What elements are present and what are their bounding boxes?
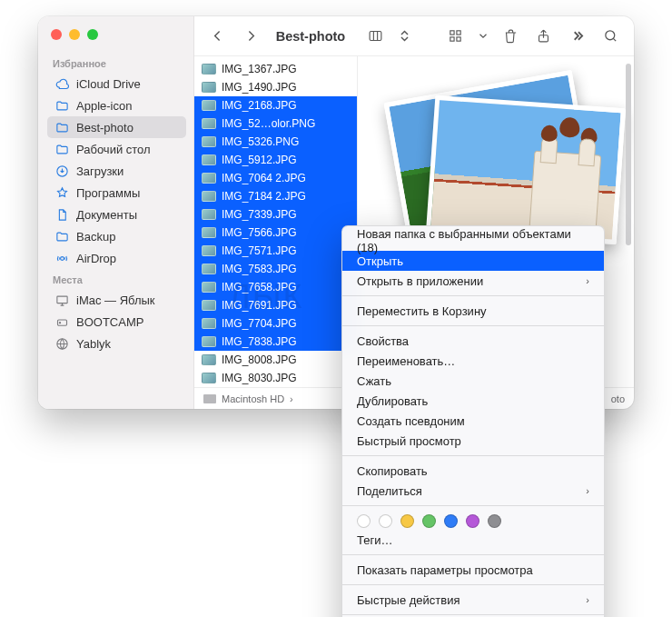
tag-color[interactable] [466, 514, 479, 528]
menu-item-quick-actions[interactable]: Быстрые действия› [342, 590, 604, 610]
file-row[interactable]: IMG_1490.JPG [194, 78, 357, 96]
file-row[interactable]: IMG_7583.JPG [194, 260, 357, 278]
svg-rect-7 [450, 31, 453, 35]
window-title: Best-photo [276, 29, 346, 44]
svg-rect-8 [457, 31, 460, 35]
tag-color[interactable] [400, 514, 414, 528]
file-name: IMG_8008.JPG [222, 353, 297, 366]
toolbar: Best-photo [194, 16, 634, 56]
menu-item-compress[interactable]: Сжать [342, 371, 604, 391]
file-name: IMG_7339.JPG [222, 208, 297, 221]
svg-rect-6 [370, 32, 381, 41]
sidebar-item-documents[interactable]: Документы [47, 204, 186, 225]
tag-color[interactable] [379, 514, 392, 528]
sidebar-item-backup[interactable]: Backup [47, 225, 186, 247]
close-window-button[interactable] [51, 29, 62, 40]
chevron-right-icon: › [586, 485, 589, 496]
file-row[interactable]: IMG_7184 2.JPG [194, 187, 357, 205]
folder-icon [54, 120, 69, 134]
file-row[interactable]: IMG_8030.JPG [194, 369, 357, 387]
menu-item-quicklook[interactable]: Быстрый просмотр [342, 431, 604, 451]
trash-button[interactable] [499, 25, 523, 48]
overflow-button[interactable] [565, 25, 589, 48]
menu-item-view-options[interactable]: Показать параметры просмотра [342, 560, 604, 580]
view-menu-chevron[interactable] [397, 25, 412, 48]
sidebar-item-label: Yablyk [76, 337, 111, 351]
file-thumb-icon [202, 300, 216, 311]
sidebar-item-apps[interactable]: Программы [47, 182, 186, 204]
tag-color[interactable] [488, 514, 501, 528]
forward-button[interactable] [239, 25, 263, 48]
file-name: IMG_7566.JPG [222, 226, 297, 239]
file-row[interactable]: IMG_1367.JPG [194, 60, 357, 78]
folder-icon [54, 98, 69, 113]
airdrop-icon [54, 251, 69, 265]
sidebar-item-label: Документы [76, 208, 137, 222]
file-name: IMG_5326.PNG [222, 135, 299, 148]
view-columns-button[interactable] [363, 25, 388, 48]
svg-point-12 [606, 31, 615, 40]
file-list-column[interactable]: IMG_1367.JPGIMG_1490.JPGIMG_2168.JPGIMG_… [194, 56, 358, 387]
file-row[interactable]: IMG_7339.JPG [194, 205, 357, 224]
file-name: IMG_5912.JPG [222, 154, 297, 166]
file-thumb-icon [202, 227, 216, 238]
sidebar-item-downloads[interactable]: Загрузки [47, 160, 186, 182]
scrollbar[interactable] [626, 64, 631, 245]
sidebar-item-bootcamp[interactable]: BOOTCAMP [47, 311, 186, 333]
disk-icon [203, 394, 216, 403]
menu-item-alias[interactable]: Создать псевдоним [342, 411, 604, 431]
tag-color[interactable] [444, 514, 458, 528]
file-name: IMG_7064 2.JPG [222, 172, 306, 184]
sidebar-item-apple-icon[interactable]: Apple-icon [47, 95, 186, 116]
file-row[interactable]: IMG_5326.PNG [194, 133, 357, 151]
menu-item-copy[interactable]: Скопировать [342, 461, 604, 481]
zoom-window-button[interactable] [87, 29, 98, 40]
sidebar-item-imac[interactable]: iMac — Яблык [47, 289, 186, 311]
path-chevron: › [290, 393, 293, 404]
path-tail: oto [611, 393, 625, 404]
menu-item-tags[interactable]: Теги… [342, 530, 604, 550]
preview-photo-front [426, 95, 626, 244]
file-row[interactable]: IMG_52…olor.PNG [194, 114, 357, 133]
sidebar-item-best-photo[interactable]: Best-photo [47, 116, 186, 138]
tag-color[interactable] [357, 514, 371, 528]
menu-item-trash[interactable]: Переместить в Корзину [342, 301, 604, 321]
file-row[interactable]: IMG_2168.JPG [194, 96, 357, 114]
share-button[interactable] [531, 25, 556, 48]
file-thumb-icon [202, 82, 216, 93]
menu-item-duplicate[interactable]: Дублировать [342, 391, 604, 411]
sidebar-item-desktop[interactable]: Рабочий стол [47, 138, 186, 160]
church-illustration [529, 150, 601, 234]
menu-item-share[interactable]: Поделиться› [342, 481, 604, 501]
menu-item-info[interactable]: Свойства [342, 331, 604, 351]
file-row[interactable]: IMG_8008.JPG [194, 351, 357, 369]
network-icon [54, 336, 69, 351]
sidebar-item-yablyk[interactable]: Yablyk [47, 333, 186, 354]
file-name: IMG_1367.JPG [222, 63, 297, 75]
sidebar-item-icloud[interactable]: iCloud Drive [47, 73, 186, 95]
file-row[interactable]: IMG_7658.JPG [194, 278, 357, 296]
file-row[interactable]: IMG_7566.JPG [194, 224, 357, 242]
back-button[interactable] [205, 25, 230, 48]
sidebar-item-label: Программы [76, 186, 140, 200]
svg-rect-2 [56, 296, 66, 304]
file-row[interactable]: IMG_7064 2.JPG [194, 169, 357, 187]
chevron-down-icon[interactable] [477, 25, 489, 48]
file-row[interactable]: IMG_5912.JPG [194, 151, 357, 169]
sidebar-item-label: BOOTCAMP [76, 315, 143, 329]
minimize-window-button[interactable] [69, 29, 80, 40]
menu-item-open-with[interactable]: Открыть в приложении› [342, 271, 604, 291]
file-thumb-icon [202, 318, 216, 329]
file-row[interactable]: IMG_7704.JPG [194, 314, 357, 333]
menu-item-rename[interactable]: Переименовать… [342, 351, 604, 371]
sidebar-item-airdrop[interactable]: AirDrop [47, 247, 186, 269]
file-name: IMG_7838.JPG [222, 335, 297, 348]
file-name: IMG_7583.JPG [222, 263, 297, 275]
file-row[interactable]: IMG_7571.JPG [194, 242, 357, 260]
search-button[interactable] [598, 25, 623, 48]
tag-color[interactable] [422, 514, 436, 528]
file-row[interactable]: IMG_7691.JPG [194, 296, 357, 314]
group-button[interactable] [443, 25, 468, 48]
menu-item-new-folder[interactable]: Новая папка с выбранными объектами (18) [342, 231, 604, 251]
file-row[interactable]: IMG_7838.JPG [194, 333, 357, 351]
